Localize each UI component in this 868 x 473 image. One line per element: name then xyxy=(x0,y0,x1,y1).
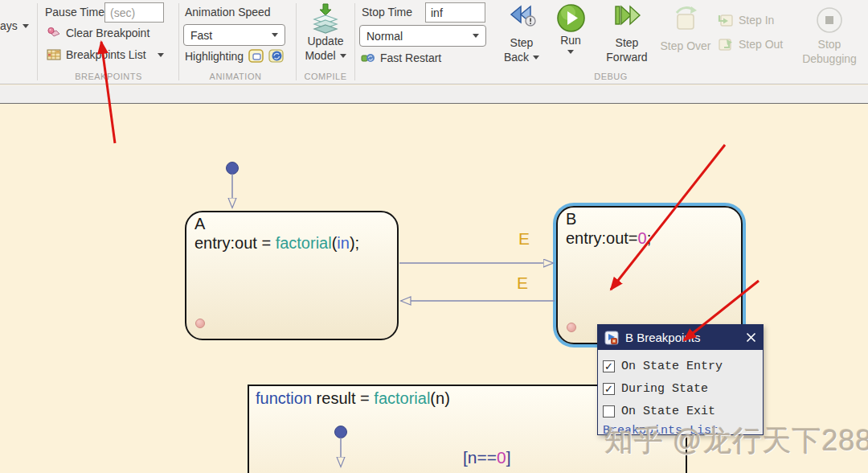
pause-time-label: Pause Time xyxy=(45,6,104,19)
step-forward-label-2: Forward xyxy=(606,50,647,64)
step-over-button: Step Over xyxy=(659,5,712,53)
option-label: On State Entry xyxy=(621,360,723,373)
chevron-down-icon xyxy=(272,33,278,37)
toolbar-separator xyxy=(296,3,297,80)
step-back-button[interactable]: Step Back xyxy=(500,3,543,64)
pause-time-input[interactable] xyxy=(104,2,164,23)
step-forward-label-1: Step xyxy=(616,35,639,50)
state-a[interactable]: A entry:out = factorial(in); xyxy=(185,211,399,340)
run-button[interactable]: Run xyxy=(551,3,590,54)
highlight-model-icon[interactable] xyxy=(268,49,284,63)
simulation-mode-value: Normal xyxy=(366,30,403,43)
breakpoints-dialog-icon xyxy=(604,331,619,345)
option-label: During State xyxy=(621,382,708,396)
state-b-name: B xyxy=(566,210,576,228)
step-in-icon xyxy=(718,13,734,27)
stateflow-editor-window: ays Pause Time Clear Breakpoint Breakpoi… xyxy=(0,0,868,473)
state-b-entry-action: entry:out=0; xyxy=(566,229,651,248)
ribbon-toolbar: ays Pause Time Clear Breakpoint Breakpoi… xyxy=(0,0,868,84)
fast-restart-label: Fast Restart xyxy=(380,51,441,64)
step-back-label-1: Step xyxy=(510,35,534,50)
transition-event-label[interactable]: E xyxy=(518,229,530,249)
animation-speed-label: Animation Speed xyxy=(185,6,271,19)
step-out-button: Step Out xyxy=(718,37,783,51)
step-out-label: Step Out xyxy=(739,38,783,51)
chevron-down-icon xyxy=(158,53,164,57)
stop-debugging-button: Stop Debugging xyxy=(800,6,858,66)
step-out-icon xyxy=(718,37,734,51)
checkbox-on-state-exit[interactable] xyxy=(603,405,615,417)
checkbox-during-state[interactable]: ✓ xyxy=(603,383,615,395)
highlighting-controls: Highlighting xyxy=(185,49,284,63)
chevron-down-icon xyxy=(533,56,539,60)
run-icon xyxy=(556,3,586,33)
breakpoints-dialog[interactable]: B Breakpoints ✓ On State Entry ✓ During … xyxy=(597,324,764,435)
option-on-state-entry[interactable]: ✓ On State Entry xyxy=(603,355,758,377)
update-model-icon xyxy=(311,3,340,34)
checkbox-on-state-entry[interactable]: ✓ xyxy=(603,360,615,372)
step-back-label-2: Back xyxy=(504,50,529,64)
step-back-icon xyxy=(506,3,537,35)
displays-dropdown[interactable]: ays xyxy=(0,19,29,32)
transition-guard-label[interactable]: [n==0] xyxy=(463,448,511,467)
state-a-entry-action: entry:out = factorial(in); xyxy=(194,234,359,253)
toolbar-separator xyxy=(178,3,179,80)
step-in-label: Step In xyxy=(739,14,774,27)
run-label: Run xyxy=(560,33,581,47)
update-label: Update xyxy=(307,34,343,48)
eraser-breakpoint-icon xyxy=(47,26,61,40)
chevron-down-icon xyxy=(567,50,574,54)
stateflow-chart-canvas[interactable]: A entry:out = factorial(in); B entry:out… xyxy=(0,104,868,473)
clear-breakpoint-button[interactable]: Clear Breakpoint xyxy=(47,26,149,40)
breakpoints-list-link[interactable]: Breakpoints List xyxy=(603,424,719,434)
highlighting-label: Highlighting xyxy=(185,50,244,63)
step-in-button: Step In xyxy=(718,13,774,27)
model-label: Model xyxy=(305,48,335,63)
compile-section-label: COMPILE xyxy=(299,72,352,81)
breakpoints-dialog-titlebar[interactable]: B Breakpoints xyxy=(598,325,763,350)
breakpoints-list-label: Breakpoints List xyxy=(66,48,146,61)
stop-debugging-label-1: Stop xyxy=(818,37,841,51)
animation-section-label: ANIMATION xyxy=(182,72,289,81)
animation-speed-value: Fast xyxy=(190,29,212,42)
stop-time-label: Stop Time xyxy=(362,6,412,19)
chevron-down-icon xyxy=(473,34,479,38)
step-over-label: Step Over xyxy=(660,39,710,53)
clear-breakpoint-label: Clear Breakpoint xyxy=(66,27,149,39)
breakpoints-list-icon xyxy=(47,48,61,61)
chevron-down-icon xyxy=(23,24,29,28)
stop-debugging-label-2: Debugging xyxy=(802,51,857,66)
simulation-mode-select[interactable]: Normal xyxy=(359,25,486,47)
highlight-chart-icon[interactable] xyxy=(248,49,264,63)
step-forward-icon xyxy=(612,3,642,35)
fast-restart-toggle[interactable]: Fast Restart xyxy=(361,51,441,64)
breakpoints-section-label: BREAKPOINTS xyxy=(42,72,175,81)
update-model-button[interactable]: Update Model xyxy=(299,3,352,63)
step-forward-button[interactable]: Step Forward xyxy=(598,3,656,64)
ribbon-lower-strip xyxy=(0,85,868,104)
step-over-icon xyxy=(672,5,699,34)
stop-time-input[interactable] xyxy=(425,2,485,23)
option-during-state[interactable]: ✓ During State xyxy=(603,377,758,400)
option-label: On State Exit xyxy=(621,405,715,418)
transition-event-label[interactable]: E xyxy=(517,274,528,293)
toolbar-separator xyxy=(354,3,355,80)
breakpoints-list-button[interactable]: Breakpoints List xyxy=(47,48,164,61)
toolbar-separator xyxy=(37,3,38,80)
option-on-state-exit[interactable]: On State Exit xyxy=(603,400,758,422)
displays-label: ays xyxy=(0,19,18,32)
breakpoints-dialog-body: ✓ On State Entry ✓ During State On State… xyxy=(598,350,763,434)
close-icon[interactable] xyxy=(746,332,756,343)
debug-section-label: DEBUG xyxy=(563,72,659,81)
state-a-breakpoint-badge[interactable] xyxy=(195,319,205,328)
function-signature: function result = factorial(n) xyxy=(256,389,450,408)
chevron-down-icon xyxy=(340,54,346,58)
fast-restart-icon xyxy=(361,51,375,64)
stop-debugging-icon xyxy=(816,6,843,34)
breakpoints-dialog-title: B Breakpoints xyxy=(625,331,739,344)
state-a-name: A xyxy=(194,215,205,233)
animation-speed-select[interactable]: Fast xyxy=(183,24,285,46)
state-b-breakpoint-badge[interactable] xyxy=(567,323,576,332)
